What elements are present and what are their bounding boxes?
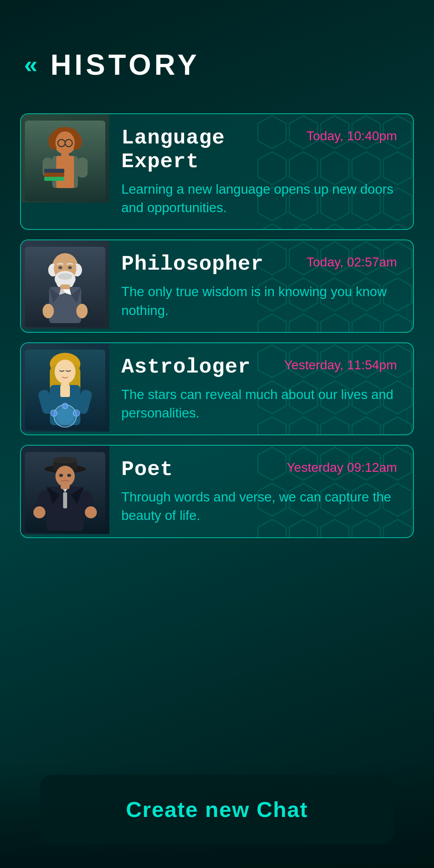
card-content-poet: Poet Yesterday 09:12am Through words and… bbox=[109, 446, 413, 537]
svg-point-61 bbox=[59, 474, 63, 477]
chat-time: Today, 10:40pm bbox=[307, 129, 397, 143]
card-content-language-expert: Language Expert Today, 10:40pm Learning … bbox=[109, 114, 413, 229]
chat-description: Through words and verse, we can capture … bbox=[121, 488, 397, 525]
chat-time: Today, 02:57am bbox=[307, 255, 397, 270]
card-content-philosopher: Philosopher Today, 02:57am The only true… bbox=[109, 240, 413, 332]
chat-time: Yesterday, 11:54pm bbox=[284, 358, 397, 373]
header: « HISTORY bbox=[0, 0, 434, 105]
svg-rect-53 bbox=[61, 383, 69, 387]
svg-rect-16 bbox=[61, 154, 69, 158]
svg-point-62 bbox=[67, 474, 71, 477]
philosopher-figure bbox=[25, 247, 105, 327]
page-title: HISTORY bbox=[50, 48, 200, 81]
bottom-bar: Create new Chat bbox=[0, 763, 434, 868]
avatar-language-expert bbox=[21, 114, 109, 203]
back-button[interactable]: « bbox=[24, 53, 34, 77]
create-chat-button[interactable]: Create new Chat bbox=[40, 775, 394, 844]
chat-name: Poet bbox=[121, 458, 173, 481]
svg-point-26 bbox=[58, 273, 72, 280]
chat-description: The only true wisdom is in knowing you k… bbox=[121, 283, 397, 319]
chat-name: Astrologer bbox=[121, 355, 251, 379]
card-top: Poet Yesterday 09:12am bbox=[121, 458, 397, 481]
chat-name: Philosopher bbox=[121, 252, 264, 276]
svg-point-50 bbox=[51, 410, 57, 416]
avatar-poet bbox=[21, 446, 109, 534]
chat-list: Language Expert Today, 10:40pm Learning … bbox=[0, 105, 434, 602]
svg-point-59 bbox=[53, 457, 77, 463]
svg-rect-12 bbox=[77, 158, 88, 178]
svg-point-28 bbox=[68, 266, 72, 269]
chat-name: Language Expert bbox=[121, 126, 299, 174]
svg-point-36 bbox=[76, 304, 88, 318]
svg-rect-72 bbox=[61, 484, 70, 489]
chat-time: Yesterday 09:12am bbox=[287, 460, 397, 475]
card-top: Astrologer Yesterday, 11:54pm bbox=[121, 355, 397, 379]
poet-figure bbox=[25, 452, 105, 532]
astrologer-figure bbox=[25, 350, 105, 430]
svg-point-43 bbox=[55, 360, 76, 384]
chat-card-astrologer[interactable]: Astrologer Yesterday, 11:54pm The stars … bbox=[20, 342, 414, 435]
svg-point-27 bbox=[58, 266, 62, 269]
svg-rect-67 bbox=[63, 492, 67, 508]
chat-card-philosopher[interactable]: Philosopher Today, 02:57am The only true… bbox=[20, 240, 414, 332]
avatar-philosopher bbox=[21, 240, 109, 329]
page-container: « HISTORY bbox=[0, 0, 434, 868]
spacer bbox=[0, 602, 434, 763]
svg-point-69 bbox=[33, 506, 45, 518]
svg-rect-37 bbox=[60, 285, 70, 289]
avatar-astrologer bbox=[21, 343, 109, 432]
svg-point-51 bbox=[73, 410, 80, 416]
svg-point-52 bbox=[62, 403, 68, 409]
svg-rect-13 bbox=[44, 169, 64, 173]
chat-card-poet[interactable]: Poet Yesterday 09:12am Through words and… bbox=[20, 445, 414, 538]
card-content-astrologer: Astrologer Yesterday, 11:54pm The stars … bbox=[109, 343, 413, 434]
svg-rect-14 bbox=[44, 173, 64, 177]
svg-point-60 bbox=[55, 466, 75, 487]
svg-point-49 bbox=[56, 407, 74, 425]
svg-point-71 bbox=[85, 506, 97, 518]
chat-card-language-expert[interactable]: Language Expert Today, 10:40pm Learning … bbox=[20, 113, 414, 230]
card-top: Philosopher Today, 02:57am bbox=[121, 252, 397, 276]
svg-rect-15 bbox=[44, 177, 64, 181]
svg-point-35 bbox=[43, 304, 54, 318]
chat-description: Learning a new language opens up new doo… bbox=[121, 180, 397, 217]
card-top: Language Expert Today, 10:40pm bbox=[121, 126, 397, 174]
chat-description: The stars can reveal much about our live… bbox=[121, 385, 397, 422]
language-expert-figure bbox=[25, 121, 105, 201]
